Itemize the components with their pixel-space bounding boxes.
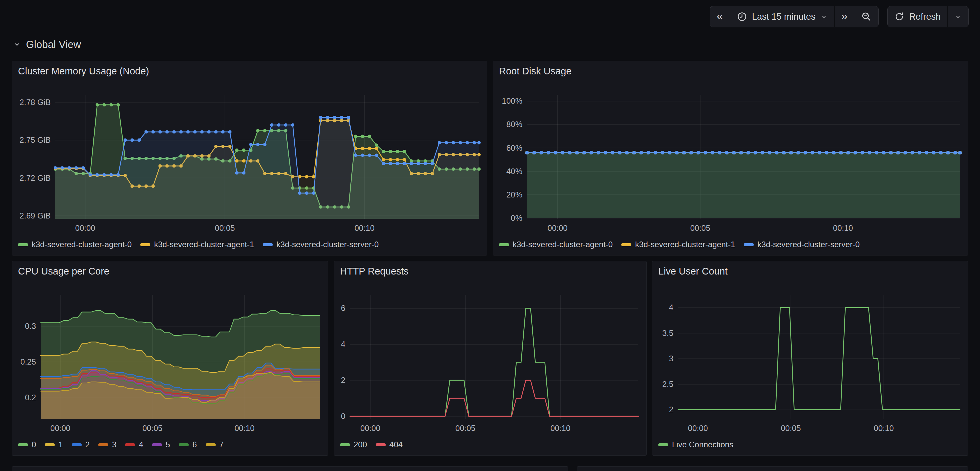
x-tick-label: 00:05	[142, 424, 162, 433]
zoom-out-button[interactable]	[854, 6, 878, 27]
legend-swatch	[744, 243, 754, 246]
legend-swatch	[72, 443, 82, 446]
x-tick-label: 00:10	[234, 424, 255, 433]
x-tick-label: 00:10	[354, 224, 374, 233]
refresh-icon	[894, 12, 904, 22]
y-tick-label: 100%	[502, 96, 522, 105]
legend-item[interactable]: 0	[18, 440, 36, 449]
legend-swatch	[125, 443, 135, 446]
dashboard: « Last 15 minutes »	[0, 0, 980, 471]
legend-swatch	[499, 243, 509, 246]
chart-legend: 200404	[340, 437, 402, 452]
legend-label: 3	[112, 440, 116, 449]
legend-item[interactable]: 6	[179, 440, 197, 449]
legend-item[interactable]: k3d-severed-cluster-agent-1	[140, 240, 254, 249]
section-header-global-view[interactable]: Global View	[13, 39, 81, 51]
chart-canvas[interactable]: 22.533.5400:0000:0500:10	[658, 293, 962, 434]
legend-item[interactable]: k3d-severed-cluster-agent-0	[499, 240, 612, 249]
legend-item[interactable]: 404	[375, 440, 402, 449]
legend-item[interactable]: 1	[45, 440, 63, 449]
y-tick-label: 2.72 GiB	[20, 174, 51, 182]
legend-label: k3d-severed-cluster-agent-0	[32, 240, 132, 249]
time-range-picker[interactable]: Last 15 minutes	[730, 6, 834, 27]
legend-item[interactable]: 4	[125, 440, 143, 449]
y-tick-label: 2	[341, 375, 345, 385]
chart-canvas[interactable]: 2.69 GiB2.72 GiB2.75 GiB2.78 GiB00:0000:…	[18, 93, 481, 234]
legend-item[interactable]: k3d-severed-cluster-server-0	[744, 240, 860, 249]
chart-area: 0%20%40%60%80%100%00:0000:0500:10	[499, 93, 962, 234]
y-tick-label: 0%	[511, 214, 522, 222]
legend-label: 0	[32, 440, 36, 449]
panel-title[interactable]: Live User Count	[658, 266, 728, 277]
time-range-label: Last 15 minutes	[752, 12, 816, 22]
y-tick-label: 40%	[506, 167, 522, 176]
legend-item[interactable]: k3d-severed-cluster-agent-0	[18, 240, 132, 249]
x-tick-label: 00:00	[50, 424, 70, 433]
legend-label: Live Connections	[672, 440, 733, 449]
chart-canvas[interactable]: 024600:0000:0500:10	[340, 293, 640, 434]
legend-swatch	[152, 443, 162, 446]
chart-legend: k3d-severed-cluster-agent-0k3d-severed-c…	[18, 237, 379, 252]
x-tick-label: 00:05	[690, 224, 710, 233]
legend-swatch	[375, 443, 386, 446]
legend-label: 2	[85, 440, 90, 449]
y-tick-label: 2.69 GiB	[20, 211, 51, 220]
legend-item[interactable]: 2	[72, 440, 90, 449]
time-shift-back-button[interactable]: «	[710, 6, 730, 27]
section-title: Global View	[26, 39, 81, 51]
y-tick-label: 60%	[506, 144, 522, 152]
x-tick-label: 00:10	[873, 424, 894, 433]
legend-swatch	[18, 443, 28, 446]
chart-canvas[interactable]: 0%20%40%60%80%100%00:0000:0500:10	[499, 93, 962, 234]
refresh-button[interactable]: Refresh	[888, 6, 947, 27]
y-tick-label: 3.5	[662, 329, 673, 338]
x-tick-label: 00:00	[360, 424, 380, 433]
time-picker-group: « Last 15 minutes »	[710, 6, 879, 27]
legend-item[interactable]: 5	[152, 440, 170, 449]
y-tick-label: 80%	[506, 120, 522, 129]
legend-label: 200	[354, 440, 367, 449]
legend-item[interactable]: k3d-severed-cluster-agent-1	[621, 240, 735, 249]
legend-item[interactable]: 3	[98, 440, 116, 449]
legend-swatch	[140, 243, 150, 246]
time-shift-forward-button[interactable]: »	[834, 6, 854, 27]
legend-label: k3d-severed-cluster-agent-1	[635, 240, 735, 249]
legend-item[interactable]: Live Connections	[658, 440, 733, 449]
refresh-interval-dropdown[interactable]	[947, 6, 968, 27]
chart-area: 2.69 GiB2.72 GiB2.75 GiB2.78 GiB00:0000:…	[18, 93, 481, 234]
y-tick-label: 0	[341, 412, 345, 421]
y-tick-label: 4	[341, 340, 345, 348]
panel-title[interactable]: HTTP Requests	[340, 266, 409, 277]
y-tick-label: 0.2	[25, 393, 36, 402]
panel-title[interactable]: Cluster Memory Usage (Node)	[18, 66, 149, 77]
legend-item[interactable]: 7	[206, 440, 224, 449]
magnifier-minus-icon	[861, 11, 872, 22]
chart-legend: Live Connections	[658, 437, 733, 452]
chart-legend: 01234567	[18, 437, 224, 452]
panel-cpu-usage-per-core: CPU Usage per Core 0.20.250.300:0000:050…	[12, 261, 328, 456]
chart-canvas[interactable]: 0.20.250.300:0000:0500:10	[18, 293, 322, 434]
x-tick-label: 00:10	[833, 224, 853, 233]
panel-live-user-count: Live User Count 22.533.5400:0000:0500:10…	[652, 261, 968, 456]
legend-label: k3d-severed-cluster-agent-1	[154, 240, 254, 249]
y-tick-label: 2.5	[662, 380, 673, 389]
legend-item[interactable]: k3d-severed-cluster-server-0	[262, 240, 379, 249]
y-tick-label: 2	[669, 405, 673, 414]
double-chevron-left-icon: «	[717, 10, 723, 23]
chevron-down-icon	[955, 13, 962, 20]
panel-http-requests: HTTP Requests 024600:0000:0500:10 200404	[334, 261, 647, 456]
series-line	[350, 380, 638, 416]
panel-stub	[577, 466, 968, 471]
panel-title[interactable]: CPU Usage per Core	[18, 266, 109, 277]
x-tick-label: 00:10	[550, 424, 570, 433]
chart-legend: k3d-severed-cluster-agent-0k3d-severed-c…	[499, 237, 860, 252]
panel-title[interactable]: Root Disk Usage	[499, 66, 572, 77]
legend-swatch	[206, 443, 216, 446]
x-tick-label: 00:05	[781, 424, 801, 433]
legend-label: 6	[192, 440, 197, 449]
y-tick-label: 3	[669, 354, 673, 363]
y-tick-label: 20%	[506, 190, 522, 199]
legend-item[interactable]: 200	[340, 440, 367, 449]
legend-label: 404	[389, 440, 402, 449]
panel-root-disk-usage: Root Disk Usage 0%20%40%60%80%100%00:000…	[493, 61, 968, 255]
